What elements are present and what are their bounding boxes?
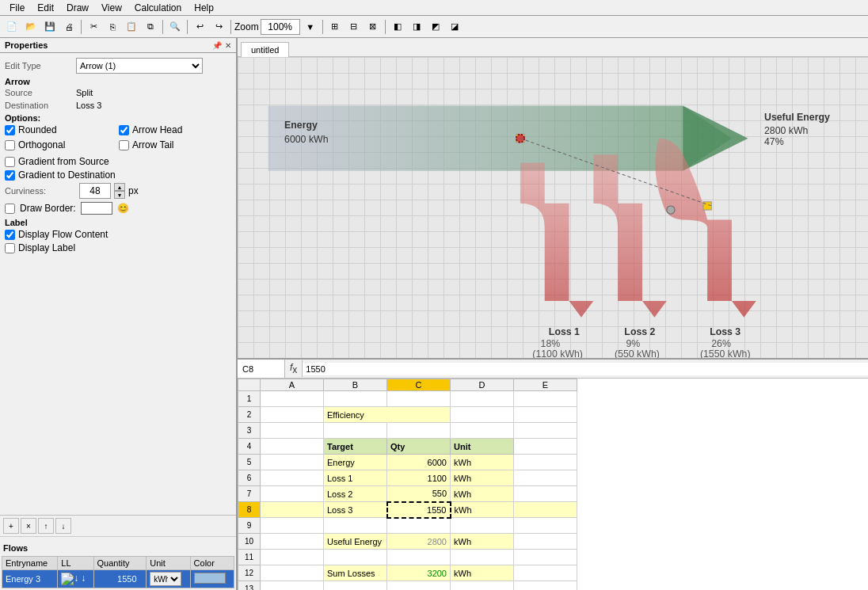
menu-edit[interactable]: Edit	[31, 1, 60, 15]
props-pin[interactable]: 📌	[212, 41, 222, 50]
cut-button[interactable]: ✂	[85, 18, 102, 36]
cell-d9[interactable]	[451, 518, 514, 534]
cell-c11[interactable]	[387, 550, 451, 565]
cell-a11[interactable]	[261, 550, 324, 565]
cell-b3[interactable]	[324, 423, 387, 439]
cell-a3[interactable]	[261, 423, 324, 439]
ss-grid-wrapper[interactable]: A B C D E 1	[238, 379, 868, 590]
formula-input[interactable]	[303, 363, 868, 375]
cell-d2[interactable]	[451, 407, 514, 423]
cell-a5[interactable]	[261, 455, 324, 470]
cell-c1[interactable]	[387, 391, 451, 407]
cell-a1[interactable]	[261, 391, 324, 407]
cell-b1[interactable]	[324, 391, 387, 407]
display-flow-checkbox[interactable]	[5, 230, 15, 240]
cell-c10[interactable]: 2800	[387, 534, 451, 550]
flow-color[interactable]	[190, 570, 234, 588]
col-c[interactable]: C	[387, 379, 451, 391]
cell-e4[interactable]	[514, 439, 577, 455]
cell-d11[interactable]	[451, 550, 514, 565]
cell-c3[interactable]	[387, 423, 451, 439]
menu-file[interactable]: File	[3, 1, 31, 15]
open-button[interactable]: 📂	[22, 18, 40, 36]
col-a[interactable]: A	[261, 379, 324, 391]
col-b[interactable]: B	[324, 379, 387, 391]
layout-btn1[interactable]: ◧	[389, 18, 406, 36]
cell-c12[interactable]: 3200	[387, 565, 451, 581]
cell-e11[interactable]	[514, 550, 577, 565]
paste-button[interactable]: 📋	[123, 18, 140, 36]
cell-b4[interactable]: Target	[324, 439, 387, 455]
tab-untitled[interactable]: untitled	[241, 42, 289, 57]
cell-b7[interactable]: Loss 2	[324, 486, 387, 502]
cell-b2[interactable]: Efficiency	[324, 407, 451, 423]
border-color-box[interactable]	[81, 202, 112, 215]
curviness-up[interactable]: ▲	[114, 183, 125, 191]
new-button[interactable]: 📄	[3, 18, 21, 36]
flows-up[interactable]: ↑	[38, 518, 54, 534]
cell-d7[interactable]: kWh	[451, 486, 514, 502]
cell-e9[interactable]	[514, 518, 577, 534]
curviness-input[interactable]	[79, 183, 111, 199]
menu-help[interactable]: Help	[188, 1, 220, 15]
clone-button[interactable]: ⧉	[142, 18, 159, 36]
flows-add[interactable]: +	[3, 518, 19, 534]
flow-quantity-input[interactable]	[97, 572, 137, 586]
cell-a6[interactable]	[261, 470, 324, 486]
cell-c7[interactable]: 550	[387, 486, 451, 502]
cell-a8[interactable]	[261, 502, 324, 518]
cell-b8[interactable]: Loss 3	[324, 502, 387, 518]
cell-d1[interactable]	[451, 391, 514, 407]
curviness-down[interactable]: ▼	[114, 191, 125, 199]
flows-remove[interactable]: ×	[21, 518, 36, 534]
cell-e5[interactable]	[514, 455, 577, 470]
menu-draw[interactable]: Draw	[60, 1, 95, 15]
cell-b6[interactable]: Loss 1	[324, 470, 387, 486]
cell-b5[interactable]: Energy	[324, 455, 387, 470]
canvas-area[interactable]: Energy 6000 kWh Useful Energy 2800 kWh 4…	[238, 57, 868, 358]
layout-btn3[interactable]: ◩	[427, 18, 444, 36]
grid-btn2[interactable]: ⊟	[345, 18, 363, 36]
flow-color-box[interactable]	[194, 573, 226, 584]
gradient-dest-checkbox[interactable]	[5, 170, 15, 181]
cell-d13[interactable]	[451, 581, 514, 591]
cell-e10[interactable]	[514, 534, 577, 550]
arrow-tail-checkbox[interactable]	[119, 140, 129, 150]
flows-down[interactable]: ↓	[55, 518, 71, 534]
flow-row[interactable]: Energy 3 ↓ kWh	[2, 570, 234, 588]
cell-a13[interactable]	[261, 581, 324, 591]
cell-d10[interactable]: kWh	[451, 534, 514, 550]
cell-e12[interactable]	[514, 565, 577, 581]
search-button[interactable]: 🔍	[166, 18, 184, 36]
rounded-checkbox[interactable]	[5, 125, 15, 135]
cell-a9[interactable]	[261, 518, 324, 534]
cell-e6[interactable]	[514, 470, 577, 486]
orthogonal-checkbox[interactable]	[5, 140, 15, 150]
cell-a7[interactable]	[261, 486, 324, 502]
cell-c8[interactable]: 1550	[387, 502, 451, 518]
cell-d6[interactable]: kWh	[451, 470, 514, 486]
menu-view[interactable]: View	[95, 1, 128, 15]
menu-calculation[interactable]: Calculation	[128, 1, 188, 15]
cell-d8[interactable]: kWh	[451, 502, 514, 518]
save-button[interactable]: 💾	[41, 18, 59, 36]
props-close[interactable]: ✕	[225, 41, 231, 50]
layout-btn2[interactable]: ◨	[408, 18, 425, 36]
arrow-head-checkbox[interactable]	[119, 125, 129, 135]
zoom-dropdown[interactable]: ▼	[302, 18, 319, 36]
redo-button[interactable]: ↪	[210, 18, 227, 36]
cell-a2[interactable]	[261, 407, 324, 423]
flow-unit-select[interactable]: kWh	[150, 572, 181, 586]
cell-d5[interactable]: kWh	[451, 455, 514, 470]
grid-btn3[interactable]: ⊠	[364, 18, 382, 36]
gradient-source-checkbox[interactable]	[5, 157, 15, 167]
cell-c9[interactable]	[387, 518, 451, 534]
cell-a12[interactable]	[261, 565, 324, 581]
display-label-checkbox[interactable]	[5, 243, 15, 253]
cell-c4[interactable]: Qty	[387, 439, 451, 455]
cell-a4[interactable]	[261, 439, 324, 455]
col-d[interactable]: D	[451, 379, 514, 391]
layout-btn4[interactable]: ◪	[446, 18, 463, 36]
cell-a10[interactable]	[261, 534, 324, 550]
cell-e7[interactable]	[514, 486, 577, 502]
